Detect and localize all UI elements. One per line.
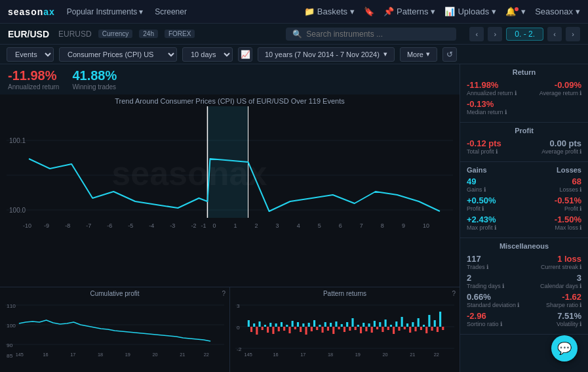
info-icon[interactable]: ℹ <box>502 283 504 289</box>
svg-rect-122 <box>442 327 444 330</box>
total-profit-lbl: Total profit ℹ <box>467 148 498 155</box>
basket-icon: 📁 <box>304 7 315 16</box>
info-icon[interactable]: ℹ <box>579 205 581 212</box>
info-icon[interactable]: ℹ <box>494 224 496 231</box>
std-dev-lbl: Standard deviation ℹ <box>467 302 519 308</box>
svg-rect-79 <box>324 322 326 327</box>
info-icon[interactable]: ℹ <box>579 224 581 231</box>
svg-text:85: 85 <box>7 353 13 359</box>
svg-rect-58 <box>267 327 269 333</box>
stats-header: -11.98% Annualized return 41.88% Winning… <box>0 64 460 94</box>
info-icon[interactable]: ℹ <box>496 148 498 155</box>
misc-row-4: -2.96 Sortino ratio ℹ 7.51% Volatility ℹ <box>467 311 581 327</box>
info-icon[interactable]: ℹ <box>515 90 517 96</box>
svg-text:100.1: 100.1 <box>9 137 26 144</box>
svg-text:21: 21 <box>410 352 415 358</box>
pattern-help-icon[interactable]: ? <box>452 290 456 297</box>
trading-days-lbl: Trading days ℹ <box>467 283 504 289</box>
svg-rect-119 <box>434 320 436 327</box>
event-type-select[interactable]: Events <box>7 47 54 62</box>
tag-currency: Currency <box>98 30 133 38</box>
search-input[interactable] <box>306 30 450 39</box>
next-arrow-button[interactable]: › <box>488 27 502 41</box>
period-next-button[interactable]: › <box>566 27 580 41</box>
svg-text:-10: -10 <box>23 222 31 229</box>
chat-button[interactable]: 💬 <box>551 335 578 362</box>
prev-arrow-button[interactable]: ‹ <box>469 27 484 41</box>
info-icon[interactable]: ℹ <box>579 148 581 155</box>
svg-rect-69 <box>297 322 299 327</box>
current-streak-val: 1 loss <box>557 254 581 264</box>
svg-rect-82 <box>332 327 334 334</box>
svg-text:3: 3 <box>237 303 240 309</box>
info-icon[interactable]: ℹ <box>579 283 581 289</box>
max-loss-lbl: Max loss ℹ <box>555 224 581 231</box>
nav-notifications[interactable]: 🔔 ▾ <box>505 7 526 16</box>
svg-rect-57 <box>264 325 266 327</box>
nav-patterns[interactable]: 📌 Patterns ▾ <box>383 7 435 16</box>
indicator-select[interactable]: Consumer Prices (CPI) US <box>59 47 177 62</box>
days-select[interactable]: 10 days <box>182 47 233 62</box>
period-selector[interactable]: 0. - 2. <box>506 28 543 41</box>
svg-text:5: 5 <box>318 222 321 229</box>
info-icon[interactable]: ℹ <box>484 186 486 193</box>
cumulative-help-icon[interactable]: ? <box>222 290 225 297</box>
svg-text:-8: -8 <box>65 222 70 229</box>
info-icon[interactable]: ℹ <box>579 264 581 270</box>
info-icon[interactable]: ℹ <box>579 186 581 193</box>
main-chart-area: Trend Around Consumer Prices (CPI) US of… <box>0 94 460 287</box>
svg-rect-71 <box>302 323 304 327</box>
nav-arrows: ‹ › 0. - 2. ‹ › <box>469 27 580 41</box>
svg-rect-93 <box>363 323 364 327</box>
svg-text:4: 4 <box>297 222 300 229</box>
tag-forex: FOREX <box>165 30 195 38</box>
svg-rect-60 <box>272 327 274 334</box>
losses-count-val: 68 <box>572 176 581 186</box>
info-icon[interactable]: ℹ <box>486 264 488 270</box>
winning-trades-value: 41.88% <box>72 68 117 83</box>
instrument-name: EUR/USD <box>8 29 49 39</box>
calendar-days-lbl: Calendar days ℹ <box>540 283 581 289</box>
nav-bookmark[interactable]: 🔖 <box>364 7 374 16</box>
svg-rect-114 <box>420 327 422 330</box>
nav-uploads[interactable]: 📊 Uploads ▾ <box>444 7 496 16</box>
chart-type-button[interactable]: 📈 <box>238 47 252 62</box>
svg-text:0: 0 <box>212 222 216 229</box>
nav-popular-instruments[interactable]: Popular Instruments ▾ <box>67 7 143 16</box>
nav-screener[interactable]: Screener <box>155 7 187 16</box>
info-icon[interactable]: ℹ <box>579 302 581 308</box>
svg-text:20: 20 <box>152 352 157 358</box>
bottom-charts: Cumulative profit ? 110 100 90 85 145 16… <box>0 287 460 372</box>
average-profit-lbl: Average profit ℹ <box>541 148 581 155</box>
info-icon[interactable]: ℹ <box>482 205 484 212</box>
trades-lbl: Trades ℹ <box>467 264 488 270</box>
misc-section: Miscellaneous 117 Trades ℹ 1 loss Curren… <box>460 238 588 335</box>
info-icon[interactable]: ℹ <box>579 90 581 96</box>
svg-text:16: 16 <box>273 352 278 358</box>
svg-text:17: 17 <box>70 352 75 358</box>
svg-rect-55 <box>258 321 260 327</box>
main-chart: 100.1 100.0 -10 -9 -8 -7 -6 -5 -4 -3 -2 … <box>7 106 453 244</box>
reset-button[interactable]: ↺ <box>442 47 457 62</box>
info-icon[interactable]: ℹ <box>517 302 519 308</box>
profit-section: Profit -0.12 pts Total profit ℹ 0.00 pts… <box>460 123 588 162</box>
nav-baskets[interactable]: 📁 Baskets ▾ <box>304 7 355 16</box>
svg-rect-102 <box>387 327 389 330</box>
info-icon[interactable]: ℹ <box>500 321 502 327</box>
info-icon[interactable]: ℹ <box>579 321 581 327</box>
gains-header: Gains <box>467 166 519 174</box>
svg-rect-80 <box>327 327 329 331</box>
volatility-lbl: Volatility ℹ <box>557 321 581 327</box>
svg-rect-63 <box>281 322 283 327</box>
nav-account[interactable]: Seasonax ▾ <box>535 7 580 16</box>
svg-text:7: 7 <box>360 222 363 229</box>
period-prev-button[interactable]: ‹ <box>547 27 562 41</box>
info-icon[interactable]: ℹ <box>505 109 507 115</box>
average-return-lbl: Average return ℹ <box>539 90 581 96</box>
more-button[interactable]: More ▾ <box>400 47 437 62</box>
search-bar[interactable]: 🔍 <box>286 28 456 41</box>
std-dev-cell: 0.66% Standard deviation ℹ <box>467 292 519 308</box>
logo: seasonax <box>8 7 55 17</box>
pattern-returns-title: Pattern returns <box>235 290 454 297</box>
chart-title: Trend Around Consumer Prices (CPI) US of… <box>7 97 453 105</box>
